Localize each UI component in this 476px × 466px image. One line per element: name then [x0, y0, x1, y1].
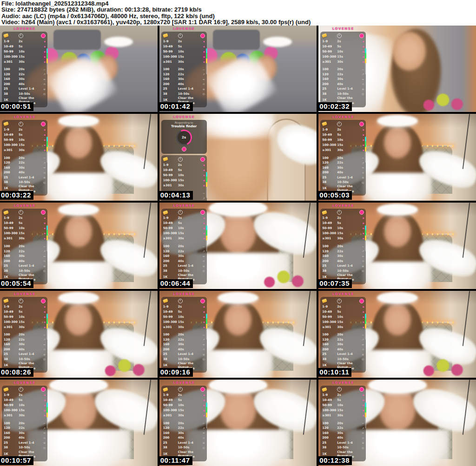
- tip-reward: 20s: [337, 67, 359, 71]
- tip-reward: 10-50s: [19, 357, 40, 361]
- toy-level-icon: ▪: [40, 237, 46, 240]
- tip-menu-row: 3810-50s◎: [4, 92, 46, 97]
- tip-amount: 100-300: [322, 143, 337, 147]
- tip-menu-row: 3810-50s◎: [163, 445, 205, 450]
- toy-icon: [359, 387, 364, 392]
- wave-rise-icon: ↗: [40, 72, 46, 76]
- tip-menu-row: 10-495s▪: [163, 221, 205, 226]
- toy-icon: [41, 387, 46, 392]
- tip-menu-row: 10-495s▪: [4, 44, 46, 49]
- toy-level-icon: ▪: [359, 133, 364, 136]
- tip-menu-row: 10-495s▪: [322, 309, 364, 314]
- tip-reward: 5s: [19, 398, 40, 402]
- tip-amount: 100: [4, 421, 19, 425]
- toy-level-icon: ▪: [40, 133, 46, 136]
- tip-menu-row: 16030s≈: [163, 254, 205, 259]
- tip-reward: 2s: [19, 393, 40, 397]
- tip-amount: 25: [322, 87, 337, 91]
- tip-reward: 30s: [178, 431, 200, 435]
- tip-reward: 30s: [178, 413, 200, 417]
- tip-amount: 160: [322, 166, 337, 170]
- tip-menu-row: 10-495s▪: [322, 221, 364, 226]
- tip-menu-row: 16030s≈: [4, 77, 46, 82]
- toy-level-icon: ▪: [40, 144, 46, 146]
- tip-menu-row: 25Level 1-4≡: [4, 175, 46, 180]
- tip-menu-body: 1-92s▪10-495s▪50-9910s▪100-30015s▪≥30130…: [2, 120, 47, 196]
- tip-menu-row: 1KClear the Queue: [322, 361, 364, 367]
- range-icon: ◎: [40, 446, 46, 449]
- range-icon: ◎: [359, 357, 364, 361]
- tip-menu-row: 25Level 1-4≡: [322, 440, 364, 446]
- timer-icon: [337, 33, 342, 38]
- tip-amount: 38: [163, 269, 178, 273]
- toy-level-icon: ▪: [40, 217, 46, 219]
- toy-level-icon: ▪: [200, 409, 205, 412]
- timer-icon: [337, 299, 342, 303]
- tip-amount: 1K: [322, 452, 337, 456]
- tip-menu-row: 1-92s▪: [4, 393, 46, 398]
- special-rows: 10020s~12022s↗16030s≈20040s∩25Level 1-4≡…: [163, 244, 205, 283]
- tip-menu-overlay: LOVENSE 1-92s▪10-495s▪50-9910s▪100-30015…: [320, 115, 366, 196]
- toy-level-icon: ▪: [200, 184, 205, 187]
- tip-reward: 22s: [337, 249, 359, 253]
- tip-reward: 22s: [19, 249, 40, 253]
- tip-amount: 120: [163, 72, 178, 76]
- wave-rise-icon: ↗: [200, 72, 205, 76]
- tip-amount: 50-99: [163, 173, 178, 177]
- tip-menu-overlay: LOVENSE 1-92s▪10-495s▪50-9910s▪100-30015…: [2, 115, 47, 196]
- coin-icon: [3, 299, 9, 303]
- wave-low-icon: ~: [200, 191, 205, 195]
- toy-icon: [359, 299, 364, 303]
- tip-menu-row: 1-92s▪: [4, 39, 46, 44]
- tip-reward: 30s: [178, 184, 200, 187]
- tip-menu-row: 100-30015s▪: [163, 177, 205, 183]
- levels-icon: ≡: [200, 353, 205, 356]
- tip-amount: 100-300: [4, 320, 19, 324]
- tip-menu-row: 10020s~: [4, 421, 46, 426]
- tip-menu-row: 1-92s▪: [163, 393, 205, 398]
- tip-menu-body: 1-92s▪10-495s▪50-9910s▪100-30015s▪≥30130…: [2, 386, 47, 461]
- tip-menu-row: 16030s≈: [4, 431, 46, 436]
- tip-menu-row: 3810-50s◎: [163, 357, 205, 362]
- tip-reward: 30s: [178, 325, 200, 329]
- tip-reward: 22s: [19, 72, 40, 76]
- tip-menu-row: ≥30130s▪: [4, 147, 46, 152]
- video-thumbnail: LOVENSE Responding to Trouble finder 2s …: [159, 114, 317, 200]
- tip-amount: 160: [322, 431, 337, 435]
- tip-reward: 10-50s: [19, 446, 40, 449]
- tip-menu-row: 1KClear the Queue: [322, 450, 364, 455]
- tip-amount: 200: [322, 348, 337, 351]
- tip-menu-icons: [322, 121, 364, 127]
- wave-sine-icon: ≈: [40, 431, 46, 434]
- special-rows: 10020s~12022s↗16030s≈20040s∩25Level 1-4≡…: [163, 67, 205, 106]
- tip-menu-row: 20040s∩: [322, 82, 364, 87]
- tip-amount: 100: [163, 244, 178, 248]
- tip-amount: 1K: [4, 452, 19, 456]
- tip-menu-row: 3810-50s◎: [322, 445, 364, 450]
- tip-amount: 200: [4, 436, 19, 440]
- toy-level-icon: ▪: [200, 164, 205, 166]
- tip-menu-row: 12022s↗: [4, 337, 46, 342]
- tip-menu-overlay: LOVENSE 1-92s▪10-495s▪50-9910s▪100-30015…: [320, 381, 366, 461]
- tip-menu-row: 16030s≈: [4, 165, 46, 170]
- tip-reward: Level 1-4: [178, 264, 200, 268]
- tip-amount: 50-99: [4, 403, 19, 407]
- wave-pulse-icon: ∩: [200, 348, 205, 351]
- tip-reward: 40s: [178, 436, 200, 440]
- tip-reward: 30s: [178, 342, 200, 346]
- wave-pulse-icon: ∩: [359, 171, 364, 174]
- tip-amount: ≥301: [4, 236, 19, 240]
- video-thumbnail: LOVENSE 1-92s▪10-495s▪50-9910s▪100-30015…: [0, 380, 158, 466]
- toy-level-icon: ▪: [40, 138, 46, 141]
- tip-reward: 10-50s: [337, 180, 359, 184]
- tip-reward: 10-50s: [19, 92, 40, 96]
- tip-amount: 100: [322, 333, 337, 336]
- tip-amount: 1-9: [163, 393, 178, 397]
- tip-reward: 5s: [178, 221, 200, 225]
- tip-menu-row: 10020s~: [163, 244, 205, 249]
- tip-menu-row: 1-92s▪: [163, 304, 205, 309]
- tip-menu-icons: [4, 298, 46, 304]
- tip-amount: 10-49: [163, 310, 178, 314]
- tip-menu-row: 10020s~: [322, 67, 364, 72]
- timestamp-label: 00:01:42: [159, 102, 193, 111]
